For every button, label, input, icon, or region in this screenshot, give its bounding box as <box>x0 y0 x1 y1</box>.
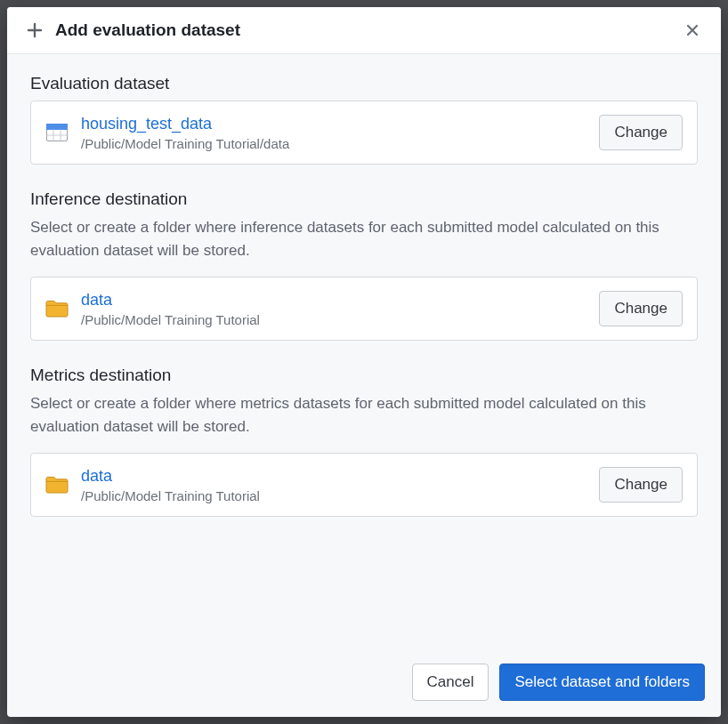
metrics-folder-card: data /Public/Model Training Tutorial Cha… <box>30 453 698 517</box>
close-icon <box>686 24 699 36</box>
evaluation-dataset-name[interactable]: housing_test_data <box>81 114 586 134</box>
evaluation-section-title: Evaluation dataset <box>30 74 698 93</box>
inference-folder-name[interactable]: data <box>81 290 586 310</box>
inference-destination-section: Inference destination Select or create a… <box>30 189 698 341</box>
inference-section-desc: Select or create a folder where inferenc… <box>30 216 698 263</box>
add-evaluation-dataset-dialog: Add evaluation dataset Evaluation datase… <box>7 7 721 717</box>
dataset-icon <box>45 123 69 142</box>
close-button[interactable] <box>682 20 703 41</box>
inference-section-title: Inference destination <box>30 189 698 209</box>
dialog-footer: Cancel Select dataset and folders <box>7 649 721 717</box>
dialog-title: Add evaluation dataset <box>55 20 240 40</box>
metrics-section-desc: Select or create a folder where metrics … <box>30 392 698 439</box>
metrics-destination-section: Metrics destination Select or create a f… <box>30 366 698 517</box>
metrics-folder-path: /Public/Model Training Tutorial <box>81 488 586 503</box>
metrics-folder-name[interactable]: data <box>81 466 586 487</box>
evaluation-dataset-text: housing_test_data /Public/Model Training… <box>81 114 586 151</box>
evaluation-dataset-path: /Public/Model Training Tutorial/data <box>81 136 586 151</box>
inference-folder-text: data /Public/Model Training Tutorial <box>81 290 586 327</box>
evaluation-dataset-card: housing_test_data /Public/Model Training… <box>30 101 698 165</box>
inference-folder-card: data /Public/Model Training Tutorial Cha… <box>30 277 698 341</box>
dialog-body: Evaluation dataset housing_test_data /Pu… <box>7 54 721 649</box>
inference-change-button[interactable]: Change <box>599 291 683 326</box>
svg-rect-1 <box>47 124 68 129</box>
evaluation-change-button[interactable]: Change <box>599 115 683 150</box>
dialog-header: Add evaluation dataset <box>7 7 721 54</box>
folder-icon <box>45 475 69 495</box>
select-dataset-and-folders-button[interactable]: Select dataset and folders <box>499 664 705 701</box>
cancel-button[interactable]: Cancel <box>412 664 489 701</box>
metrics-change-button[interactable]: Change <box>599 467 683 503</box>
inference-folder-path: /Public/Model Training Tutorial <box>81 312 586 327</box>
folder-icon <box>45 299 69 318</box>
metrics-folder-text: data /Public/Model Training Tutorial <box>81 466 586 503</box>
plus-icon <box>25 20 44 40</box>
metrics-section-title: Metrics destination <box>30 366 698 385</box>
evaluation-dataset-section: Evaluation dataset housing_test_data /Pu… <box>30 74 698 165</box>
